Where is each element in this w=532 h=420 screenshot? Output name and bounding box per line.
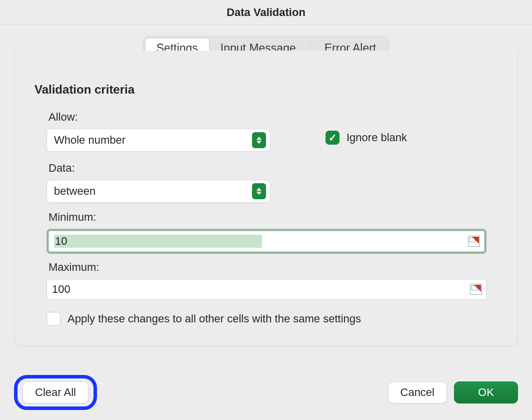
data-value: between <box>54 185 252 198</box>
data-select[interactable]: between <box>46 180 270 203</box>
annotation-highlight: Clear All <box>14 375 97 410</box>
minimum-input[interactable]: 10 <box>48 231 484 252</box>
range-picker-icon[interactable] <box>468 236 480 247</box>
maximum-label: Maximum: <box>48 261 486 274</box>
allow-label: Allow: <box>48 111 270 124</box>
allow-select[interactable]: Whole number <box>46 129 270 152</box>
data-label: Data: <box>48 162 500 175</box>
cancel-button[interactable]: Cancel <box>388 381 447 403</box>
settings-panel: Validation criteria Allow: Whole number … <box>14 51 518 346</box>
minimum-value: 10 <box>54 235 262 248</box>
check-icon: ✓ <box>328 132 337 144</box>
allow-value: Whole number <box>54 134 252 147</box>
dialog-title: Data Validation <box>0 0 532 25</box>
apply-all-label: Apply these changes to all other cells w… <box>68 312 361 325</box>
minimum-field-focus-ring: 10 <box>46 229 486 254</box>
updown-icon <box>252 183 266 199</box>
clear-all-button[interactable]: Clear All <box>22 381 88 403</box>
apply-all-checkbox[interactable] <box>46 312 60 326</box>
minimum-label: Minimum: <box>48 211 486 224</box>
section-title: Validation criteria <box>34 83 500 97</box>
dialog-footer: Clear All Cancel OK <box>0 375 532 410</box>
maximum-value: 100 <box>52 283 261 296</box>
maximum-input[interactable]: 100 <box>46 279 486 300</box>
range-picker-icon[interactable] <box>470 284 482 295</box>
ignore-blank-label: Ignore blank <box>346 131 407 144</box>
ignore-blank-checkbox[interactable]: ✓ <box>326 131 340 145</box>
updown-icon <box>252 132 266 148</box>
ok-button[interactable]: OK <box>454 381 518 403</box>
